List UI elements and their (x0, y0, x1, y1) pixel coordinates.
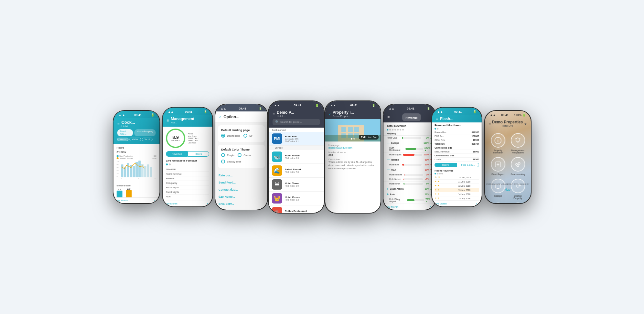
x-label-6: 6 (137, 178, 138, 180)
smart-budget-label: SMART Budget (119, 157, 133, 159)
y-40: 40 (116, 170, 119, 172)
pmi-live-forecast: Live fore... (188, 135, 197, 137)
subtab-tot[interactable]: Tot. P (142, 138, 153, 141)
phone7-status-bar: ▲▲ 09:41 🔋 (432, 108, 482, 115)
pmi-info: Actual Live fore... SMART Fo... SMART Bu… (188, 133, 209, 144)
toggle-hours[interactable]: Hours (188, 151, 209, 157)
rr-dot-3 (439, 173, 441, 174)
send-feedback-link[interactable]: Send Feed... (215, 179, 267, 186)
svg-line-16 (520, 138, 520, 139)
tower-emoji: 🏛 (274, 182, 280, 187)
svg-line-17 (515, 138, 516, 139)
plus-side-row: On the plus side (435, 146, 479, 150)
menu-icon[interactable]: ≡ (273, 112, 275, 116)
x-label-1: 1 (121, 178, 122, 180)
radio-dashboard[interactable]: Dashboard (221, 134, 240, 138)
search-bar[interactable]: 🔍 Search for proper... (273, 119, 320, 125)
total-rev-row: Total Rev.828737 (435, 142, 479, 146)
menu-icon[interactable]: ≡ (488, 122, 491, 126)
radio-label-legacy: Legacy Blue (227, 160, 241, 163)
phone6-status-bar: ▲▲ 09:41 🔋 (383, 104, 435, 111)
phone1-bottom-bar[interactable]: By Month ∧ (113, 197, 159, 203)
property-hotel-eve[interactable]: PMI Hotel Eve Incognito 369 PMI Index 9.… (269, 132, 324, 146)
rate-link[interactable]: Rate our... (215, 172, 267, 179)
property-safari-resort[interactable]: 🌊 Safari Resort PMI Index 7.8 (269, 164, 324, 178)
app-title: Management (171, 117, 194, 121)
phone3: ▲▲ 09:41 🔋 ‹ Option... Default landing p… (215, 104, 268, 210)
hotel-tower-info: Hotel Tower PMI Index 8.9 (285, 182, 321, 187)
date-6: 15 Jun, 2018 (458, 197, 479, 200)
menu-options[interactable]: Options (489, 203, 506, 203)
tab-housekeeping[interactable]: Housekeeping (134, 129, 156, 136)
phone7: ▲▲ 09:41 🔋 ≡ Flash... Forecast Month-end (431, 107, 482, 207)
phone5-wrapper: ▲▲ 09:41 🔋 ‹ Property i... Demo Proper..… (325, 100, 381, 214)
menu-icon[interactable]: ≡ (436, 117, 438, 121)
property-hotel-crown[interactable]: 👑 Hotel Crown PMI Index 8.3 (269, 192, 324, 205)
menu-icon[interactable]: ≡ (387, 115, 390, 120)
phone6-bottom-bar[interactable]: By Month ∧ (383, 204, 435, 210)
phone2-bottom-bar[interactable]: By Month ∧ (163, 201, 212, 206)
menu-flash-report[interactable]: Flash Report (489, 157, 506, 175)
revenue-toggle[interactable]: Revenue (405, 116, 417, 120)
menu-property-info[interactable]: i PropertyInfomation (489, 133, 506, 154)
back-button[interactable]: ‹ (219, 114, 221, 120)
y-60: 60 (116, 166, 119, 168)
radio-green[interactable]: Green (238, 153, 251, 157)
eve-bar (402, 164, 422, 166)
tower-pmi: PMI Index 8.9 (285, 185, 321, 187)
asia-group-row: + Asia 12% ▲ (383, 192, 435, 197)
back-button[interactable]: ‹ (329, 111, 331, 117)
menu-management[interactable]: ManagementPerspective (509, 133, 526, 154)
radio-legacy-blue[interactable]: Legacy Blue (221, 160, 262, 163)
europe-group-row: — Europe 129% ▲ (383, 140, 435, 146)
phone7-bottom-bar[interactable]: By Month ∧ (432, 201, 482, 206)
subtab-knok[interactable]: KNOK (129, 138, 141, 141)
search-placeholder: Search for proper... (280, 120, 302, 123)
rev-dot-5 (397, 129, 399, 131)
pmi-last-year: Last Year (188, 142, 196, 144)
select-chain-icon (510, 203, 525, 203)
toggle-rooms[interactable]: Rooms (435, 163, 457, 167)
menu-icon[interactable]: ≡ (166, 118, 169, 123)
crown-name: Hotel Crown (285, 196, 321, 199)
phone3-wrapper: ▲▲ 09:41 🔋 ‹ Option... Default landing p… (215, 104, 268, 210)
radio-dot-mp (243, 134, 247, 138)
hotel-whale-icon: 🐋 (272, 152, 282, 162)
battery: 🔋 (258, 107, 262, 110)
radio-purple[interactable]: Purple (221, 153, 234, 157)
radio-mp[interactable]: MP (243, 134, 253, 138)
dropdown-icon[interactable]: ▼ (524, 122, 527, 126)
mtd-forecast-val: 2.8 (127, 188, 130, 190)
property-hotel-tower[interactable]: 🏛 Hotel Tower PMI Index 8.9 (269, 178, 324, 192)
hotel-oak-row: Hotel Oak 3% ▲ (383, 136, 435, 140)
time: 09:41 (239, 107, 246, 110)
whale-emoji: 🐋 (274, 153, 281, 160)
ruths-info: Ruth's Restaurant PMI Index 7.6 (285, 210, 321, 213)
app-title: Demo Properties (491, 120, 524, 124)
hotel-oryx-row: Hotel Oryx 6% ▲ (383, 182, 435, 186)
management-label: ManagementPerspective (511, 149, 524, 154)
toggle-revenue[interactable]: Revenue (166, 151, 188, 157)
page-title: Flash... (440, 117, 453, 121)
menu-select-chain[interactable]: Select Other Chain (509, 203, 526, 203)
flash-icon (490, 157, 505, 172)
row-occupancy: Occupancy (166, 181, 209, 185)
contact-link[interactable]: Contact d2o... (215, 186, 267, 193)
app-title: Demo P... (277, 110, 294, 115)
forecast-title: Forecast Month-end (432, 122, 482, 128)
signal: ▲▲ (168, 110, 174, 113)
homepage-value[interactable]: https://www.d2o.com (328, 146, 377, 149)
subtab-hours[interactable]: Hours (117, 138, 128, 141)
property-ruths-restaurant[interactable]: 🍴 Ruth's Restaurant PMI Index 7.6 (269, 205, 324, 213)
rev-dot-6 (400, 129, 401, 131)
property-hotel-whale[interactable]: 🐋 Hotel Whale PMI Index 8.3 (269, 150, 324, 164)
menu-icon[interactable]: ≡ (117, 122, 119, 126)
d2o-home-link[interactable]: d2o Home... (215, 193, 267, 200)
bre-link[interactable]: BRE Serv... (215, 200, 267, 207)
time: 09:41 (350, 104, 358, 107)
tab-front-office[interactable]: Front Office (117, 129, 133, 136)
toggle-food-bev[interactable]: Food & Bev... (456, 163, 479, 167)
menu-benchmarking[interactable]: Benchmarking (509, 157, 526, 175)
hotel-whale-name: Hotel Whale (285, 154, 321, 157)
hotel-eve-icon: PMI (272, 133, 282, 144)
